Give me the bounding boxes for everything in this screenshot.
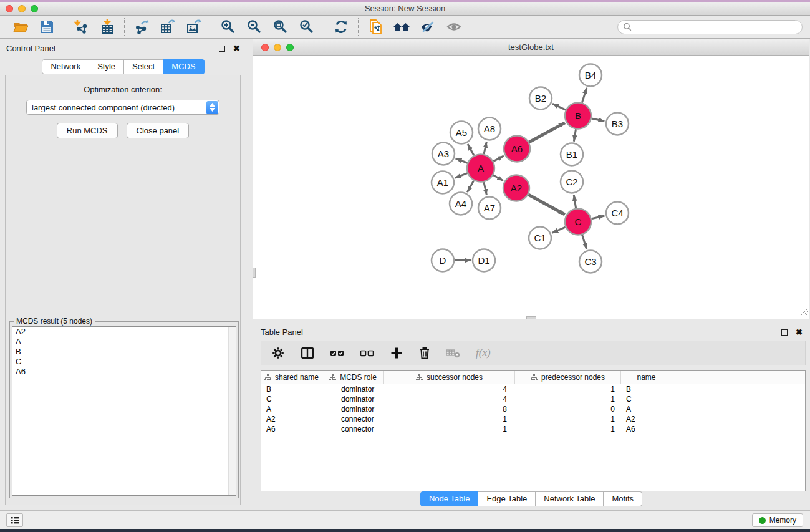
column-header-successor-nodes[interactable]: successor nodes [384,371,515,384]
close-panel-button[interactable]: Close panel [127,123,190,138]
graph-edge-A-A2[interactable] [493,175,503,181]
table-row[interactable]: Cdominator41C [261,394,805,404]
graph-node-A6[interactable]: A6 [504,136,530,162]
graph-node-A4[interactable]: A4 [450,193,472,215]
hide-selected-icon[interactable] [419,18,436,36]
mcds-result-item[interactable]: A2 [12,327,236,337]
graph-edge-A-A6[interactable] [493,156,504,162]
network-window-titlebar[interactable]: testGlobe.txt [253,39,809,56]
mcds-result-item[interactable]: B [12,347,236,357]
table-cell[interactable]: dominator [322,404,384,414]
graph-edge-C-C2[interactable] [574,195,576,208]
graph-node-A5[interactable]: A5 [450,122,473,144]
table-cell[interactable]: A6 [621,424,672,434]
graph-node-D1[interactable]: D1 [473,249,495,272]
table-cell[interactable]: 0 [515,404,621,414]
table-cell[interactable]: 4 [384,394,515,404]
graph-edge-B-B3[interactable] [592,118,605,121]
mcds-result-item[interactable]: C [12,357,236,367]
tab-style[interactable]: Style [89,59,124,74]
table-cell[interactable]: connector [322,414,384,424]
tab-network[interactable]: Network [42,59,89,74]
zoom-network-icon[interactable] [286,44,294,51]
graph-edge-A-A8[interactable] [484,142,486,154]
split-columns-icon[interactable] [300,346,315,360]
graph-edge-A-A1[interactable] [455,173,468,178]
graph-edge-B-B1[interactable] [574,129,576,142]
table-row[interactable]: Bdominator41B [261,384,805,394]
export-table-icon[interactable] [159,18,176,36]
table-row[interactable]: A2connector11A2 [261,414,805,424]
close-table-panel-icon[interactable]: ✖ [796,329,803,336]
tab-edge-table[interactable]: Edge Table [478,491,536,506]
column-header-MCDS-role[interactable]: MCDS role [322,371,384,384]
graph-node-C1[interactable]: C1 [529,227,551,249]
table-cell[interactable]: A6 [261,424,322,434]
graph-node-A1[interactable]: A1 [432,172,454,194]
run-mcds-button[interactable]: Run MCDS [57,123,118,138]
table-cell[interactable]: 1 [384,424,515,434]
graph-edge-C-C4[interactable] [591,216,604,219]
graph-edge-B-B2[interactable] [552,104,566,110]
resize-grip[interactable] [800,307,808,318]
graph-node-A2[interactable]: A2 [503,175,529,201]
minimize-window-icon[interactable] [18,5,26,12]
first-neighbors-icon[interactable] [393,18,410,36]
table-cell[interactable]: 1 [384,414,515,424]
graph-node-B3[interactable]: B3 [606,113,629,135]
zoom-in-icon[interactable] [219,18,237,36]
graph-node-A8[interactable]: A8 [478,118,501,140]
table-cell[interactable]: 4 [384,384,515,394]
table-cell[interactable]: 1 [515,424,621,434]
open-session-icon[interactable] [12,18,29,36]
graph-node-C4[interactable]: C4 [606,202,629,225]
table-cell[interactable]: dominator [322,384,384,394]
table-cell[interactable]: connector [322,424,384,434]
table-cell[interactable]: A2 [261,414,322,424]
copy-network-icon[interactable] [367,18,384,36]
export-network-icon[interactable] [133,18,150,36]
graph-node-A[interactable]: A [467,155,494,182]
tab-node-table[interactable]: Node Table [420,491,479,506]
graph-edge-A6-B[interactable] [529,123,565,142]
table-row[interactable]: Adominator80A [261,404,805,414]
graph-edge-A-A7[interactable] [484,182,487,195]
task-history-button[interactable] [6,513,23,527]
graph-node-B4[interactable]: B4 [579,64,602,87]
graph-edge-C-C1[interactable] [552,227,565,233]
table-cell[interactable]: A [261,404,322,414]
zoom-fit-icon[interactable] [272,18,289,36]
table-row[interactable]: A6connector11A6 [261,424,805,434]
graph-node-A7[interactable]: A7 [478,197,501,220]
close-panel-icon[interactable]: ✖ [233,46,240,52]
column-header-name[interactable]: name [621,371,672,384]
delete-column-icon[interactable] [418,346,431,360]
table-cell[interactable]: 1 [515,394,621,404]
criterion-select[interactable]: largest connected component (directed) [26,100,219,115]
table-cell[interactable]: A [621,404,672,414]
table-cell[interactable]: C [261,394,322,404]
mcds-result-list[interactable]: A2ABCA6 [12,326,236,496]
graph-edge-A-A4[interactable] [467,181,473,193]
graph-node-C2[interactable]: C2 [561,171,583,193]
apply-layout-icon[interactable] [332,18,350,36]
collapse-handle[interactable] [253,268,256,278]
import-network-icon[interactable] [72,18,90,36]
memory-button[interactable]: Memory [752,513,803,527]
column-header-predecessor-nodes[interactable]: predecessor nodes [515,371,621,384]
graph-node-C3[interactable]: C3 [579,251,602,273]
close-network-icon[interactable] [261,44,269,51]
graph-node-D[interactable]: D [432,249,454,272]
zoom-window-icon[interactable] [31,5,38,12]
graph-node-A3[interactable]: A3 [432,143,455,165]
search-input[interactable] [617,20,803,34]
graph-edge-A-A5[interactable] [468,144,474,155]
add-column-icon[interactable] [390,346,403,360]
graph-edge-B-B4[interactable] [582,88,586,103]
table-cell[interactable]: A2 [621,414,672,424]
close-window-icon[interactable] [6,5,13,12]
zoom-selected-icon[interactable] [298,18,316,36]
graph-node-B[interactable]: B [565,103,591,129]
collapse-handle[interactable] [526,316,536,319]
graph-edge-C-C3[interactable] [582,235,587,249]
